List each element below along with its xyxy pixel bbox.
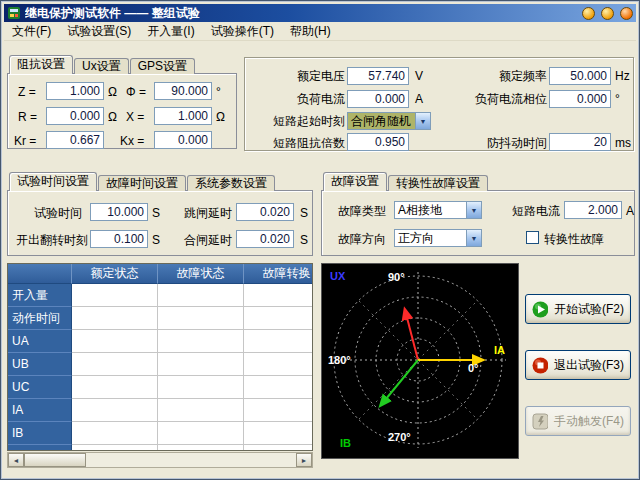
phi-unit: ° xyxy=(216,85,221,99)
scroll-left-button[interactable]: ◄ xyxy=(8,453,24,467)
phasor-svg: UX 90° 180° 0° 270° IA IB xyxy=(322,264,518,458)
flip-time-input[interactable] xyxy=(90,230,148,248)
table-cell xyxy=(72,284,158,307)
z-input[interactable] xyxy=(46,82,104,100)
kx-input[interactable] xyxy=(154,131,212,149)
debounce-input[interactable] xyxy=(549,133,611,151)
tab-test-time-settings[interactable]: 试验时间设置 xyxy=(9,172,97,191)
title-bar[interactable]: 继电保护测试软件 —— 整组试验 xyxy=(4,4,636,22)
load-phase-label: 负荷电流相位 xyxy=(475,92,547,106)
row-label: IC xyxy=(8,445,72,451)
chevron-down-icon: ▼ xyxy=(415,113,430,129)
table-row: IC xyxy=(8,445,313,451)
test-time-input[interactable] xyxy=(90,203,148,221)
table-cell xyxy=(244,399,313,422)
test-time-unit: S xyxy=(152,206,160,220)
load-current-input[interactable] xyxy=(347,90,409,108)
minimize-button[interactable] xyxy=(582,7,595,20)
close-button[interactable] xyxy=(620,7,633,20)
phasor-label-90: 90° xyxy=(388,271,405,283)
trip-delay-input[interactable] xyxy=(236,203,294,221)
fault-direction-select[interactable]: 正方向 ▼ xyxy=(394,229,482,247)
scroll-thumb[interactable] xyxy=(24,453,86,467)
table-hscrollbar[interactable]: ◄ ► xyxy=(7,452,313,468)
impedance-tab-bar: 阻抗设置 Ux设置 GPS设置 xyxy=(9,56,195,74)
short-current-label: 短路电流 xyxy=(512,204,560,218)
maximize-button[interactable] xyxy=(601,7,614,20)
rated-voltage-input[interactable] xyxy=(347,67,409,85)
fault-type-select[interactable]: A相接地 ▼ xyxy=(394,201,482,219)
window-title: 继电保护测试软件 —— 整组试验 xyxy=(25,5,576,22)
tab-fault-settings[interactable]: 故障设置 xyxy=(323,172,387,191)
scroll-right-button[interactable]: ► xyxy=(296,453,312,467)
menu-test-settings[interactable]: 试验设置(S) xyxy=(59,21,139,42)
close-delay-input[interactable] xyxy=(236,230,294,248)
fault-direction-value: 正方向 xyxy=(395,230,466,246)
table-header-rated-state: 额定状态 xyxy=(72,264,158,284)
fault-panel: 故障类型 A相接地 ▼ 短路电流 A 故障方向 正方向 ▼ 转换性故障 xyxy=(321,190,635,256)
vector-red xyxy=(405,310,418,360)
short-start-value: 合闸角随机 xyxy=(348,113,415,129)
table-row: UB xyxy=(8,353,313,376)
trip-delay-unit: S xyxy=(300,206,308,220)
x-input[interactable] xyxy=(154,107,212,125)
impedance-panel: Z = Ω Φ = ° R = Ω X = Ω Kr = Kx = xyxy=(7,73,237,149)
flip-time-unit: S xyxy=(152,233,160,247)
load-current-label: 负荷电流 xyxy=(297,92,345,106)
rated-freq-label: 额定频率 xyxy=(499,69,547,83)
menu-test-operation[interactable]: 试验操作(T) xyxy=(203,21,282,42)
short-current-input[interactable] xyxy=(564,201,622,219)
rated-voltage-unit: V xyxy=(415,69,423,83)
tab-impedance-settings[interactable]: 阻抗设置 xyxy=(9,55,73,74)
load-phase-input[interactable] xyxy=(549,90,611,108)
tab-convert-fault-settings[interactable]: 转换性故障设置 xyxy=(388,175,488,191)
tab-system-param-settings[interactable]: 系统参数设置 xyxy=(187,175,275,191)
timing-tab-bar: 试验时间设置 故障时间设置 系统参数设置 xyxy=(9,173,275,191)
fault-type-label: 故障类型 xyxy=(338,204,386,218)
app-window: 继电保护测试软件 —— 整组试验 文件(F) 试验设置(S) 开入量(I) 试验… xyxy=(0,0,640,480)
kr-input[interactable] xyxy=(46,131,104,149)
rated-freq-input[interactable] xyxy=(549,67,611,85)
manual-trigger-button[interactable]: 手动触发(F4) xyxy=(525,406,631,436)
load-phase-unit: ° xyxy=(615,92,620,106)
app-icon xyxy=(7,6,21,20)
phi-input[interactable] xyxy=(154,82,212,100)
fault-type-value: A相接地 xyxy=(395,202,466,218)
scroll-left-icon: ◄ xyxy=(13,457,20,464)
start-test-button[interactable]: 开始试验(F2) xyxy=(525,294,631,324)
chevron-down-icon: ▼ xyxy=(466,202,481,218)
short-start-select[interactable]: 合闸角随机 ▼ xyxy=(347,112,431,130)
exit-test-button[interactable]: 退出试验(F3) xyxy=(525,350,631,380)
menu-input[interactable]: 开入量(I) xyxy=(139,21,202,42)
table-cell xyxy=(72,330,158,353)
menu-file[interactable]: 文件(F) xyxy=(4,21,59,42)
exit-test-icon xyxy=(532,357,548,374)
tab-gps-settings[interactable]: GPS设置 xyxy=(130,58,195,74)
phasor-label-ux: UX xyxy=(330,270,346,282)
table-cell xyxy=(158,445,244,451)
row-label: UC xyxy=(8,376,72,399)
r-input[interactable] xyxy=(46,107,104,125)
load-current-unit: A xyxy=(415,92,423,106)
convert-fault-checkbox[interactable] xyxy=(526,231,539,244)
phasor-display: UX 90° 180° 0° 270° IA IB xyxy=(321,263,519,459)
table-cell xyxy=(158,284,244,307)
table-header-fault-convert: 故障转换 xyxy=(244,264,313,284)
exit-test-label: 退出试验(F3) xyxy=(554,357,624,374)
row-label: 动作时间 xyxy=(8,307,72,330)
imp-mult-input[interactable] xyxy=(347,133,409,151)
table-cell xyxy=(244,330,313,353)
table-cell xyxy=(244,422,313,445)
manual-trigger-label: 手动触发(F4) xyxy=(554,413,624,430)
scroll-track[interactable] xyxy=(86,453,296,467)
tab-fault-time-settings[interactable]: 故障时间设置 xyxy=(98,175,186,191)
debounce-label: 防抖动时间 xyxy=(487,136,547,150)
kx-label: Kx = xyxy=(120,134,144,148)
results-table: 额定状态 故障状态 故障转换 开入量 动作时间 UA UB UC xyxy=(7,263,313,451)
short-current-unit: A xyxy=(626,204,634,218)
table-header-blank xyxy=(8,264,72,284)
menu-help[interactable]: 帮助(H) xyxy=(282,21,339,42)
table-cell xyxy=(244,307,313,330)
trip-delay-label: 跳闸延时 xyxy=(184,206,232,220)
tab-ux-settings[interactable]: Ux设置 xyxy=(74,58,129,74)
